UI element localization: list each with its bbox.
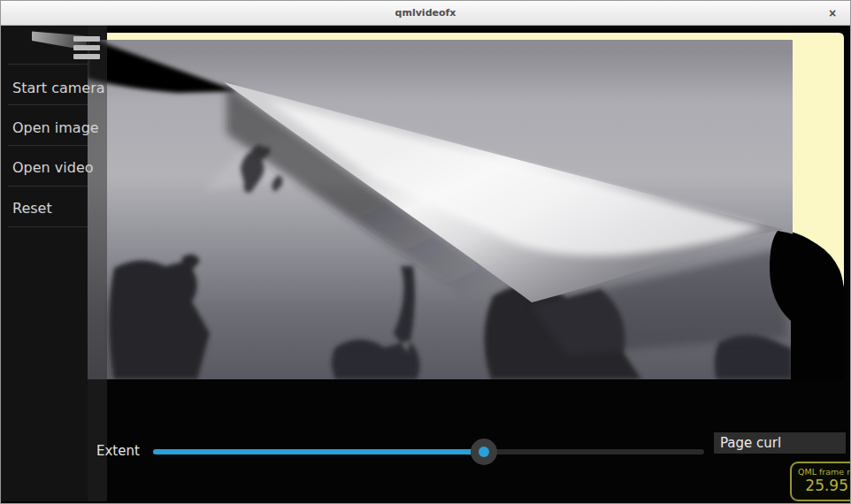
hamburger-menu-icon[interactable] (73, 35, 102, 60)
sidebar-item-open-video[interactable]: Open video (12, 158, 104, 178)
extent-slider-fill (153, 449, 484, 454)
fps-meter-value: 25.95 (792, 477, 851, 494)
slider-handle-dot (479, 447, 489, 457)
video-scene (1, 26, 850, 503)
extent-slider-label: Extent (96, 443, 140, 459)
app-window: Start camera Open image Open video Reset… (0, 0, 851, 504)
window-title: qmlvideofx (1, 1, 850, 26)
effect-selector-button[interactable]: Page curl (714, 432, 846, 454)
sidebar-divider (8, 64, 88, 65)
sidebar-divider (8, 226, 88, 227)
sidebar-item-start-camera[interactable]: Start camera (12, 79, 104, 98)
sidebar-item-reset[interactable]: Reset (12, 199, 104, 218)
sidebar-divider (8, 145, 88, 146)
titlebar: qmlvideofx × (1, 1, 850, 26)
close-icon[interactable]: × (822, 1, 843, 26)
extent-slider-handle[interactable] (471, 439, 497, 465)
sidebar-item-open-image[interactable]: Open image (12, 118, 104, 138)
fps-meter-label: QML frame r... (798, 467, 851, 477)
fps-meter: QML frame r... 25.95 (790, 462, 851, 501)
sidebar-divider (8, 186, 88, 187)
extent-slider[interactable] (153, 449, 704, 454)
sidebar-divider (8, 104, 88, 105)
